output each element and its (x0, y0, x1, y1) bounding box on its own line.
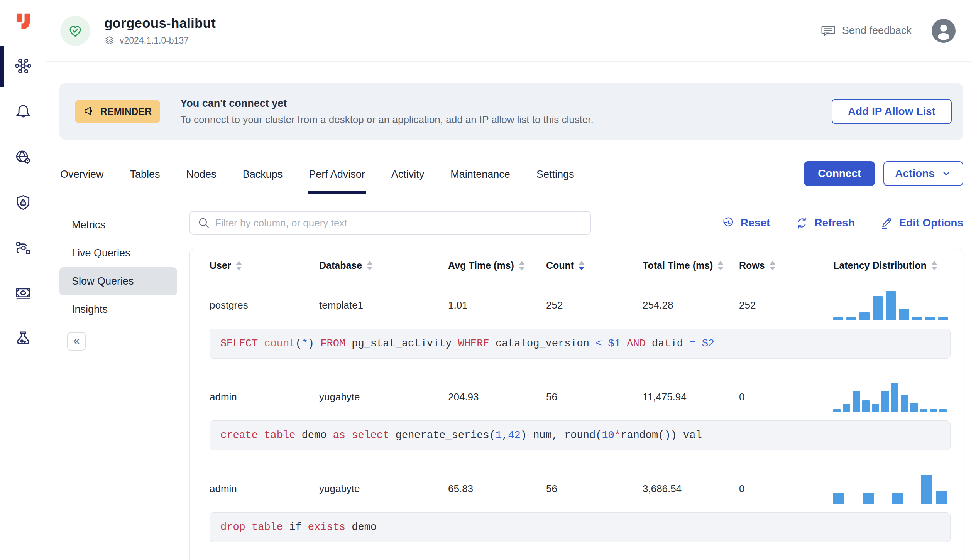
column-label: Database (319, 260, 362, 271)
layers-icon (104, 35, 115, 46)
histogram-bar (881, 391, 889, 412)
sort-icon (931, 261, 937, 270)
user-avatar[interactable] (932, 19, 956, 43)
tab-overview[interactable]: Overview (59, 169, 105, 194)
filter-input[interactable] (189, 211, 591, 235)
column-header-latency-distribution[interactable]: Latency Distribution (833, 260, 947, 271)
tab-backups[interactable]: Backups (242, 169, 284, 194)
histogram-bar (899, 309, 909, 320)
tab-nodes[interactable]: Nodes (186, 169, 217, 194)
slow-queries-table: UserDatabaseAvg Time (ms)CountTotal Time… (189, 249, 963, 560)
histogram-bar (863, 493, 874, 504)
integrations-icon (14, 239, 32, 258)
perf-subnav: MetricsLive QueriesSlow QueriesInsights … (59, 211, 177, 560)
cell-count: 56 (546, 391, 643, 403)
connect-button[interactable]: Connect (804, 161, 875, 186)
query-row[interactable]: postgrestemplate11.01252254.28252 (190, 282, 963, 328)
column-header-user[interactable]: User (210, 260, 319, 271)
reset-history-icon (722, 216, 735, 229)
column-header-database[interactable]: Database (319, 260, 448, 271)
histogram-bar (939, 409, 947, 412)
reset-button[interactable]: Reset (722, 216, 770, 229)
histogram-bar (921, 475, 932, 504)
shield-lock-icon (14, 194, 32, 213)
cell-total-time: 11,475.94 (643, 391, 739, 403)
cluster-tabs: OverviewTablesNodesBackupsPerf AdvisorAc… (59, 169, 599, 194)
histogram-bar (892, 493, 903, 504)
subnav-item-live-queries[interactable]: Live Queries (59, 239, 177, 267)
bell-icon (14, 103, 32, 122)
rail-item-clusters[interactable] (0, 57, 46, 76)
table-header-row: UserDatabaseAvg Time (ms)CountTotal Time… (190, 249, 963, 282)
sort-icon (236, 261, 242, 270)
refresh-icon (795, 216, 809, 229)
yugabyte-logo[interactable] (12, 10, 35, 33)
tab-tables[interactable]: Tables (129, 169, 161, 194)
tab-perf-advisor[interactable]: Perf Advisor (308, 169, 366, 194)
chevron-down-icon (941, 168, 952, 179)
top-actions: Send feedback (818, 19, 956, 43)
rail-item-labs[interactable] (0, 330, 46, 349)
histogram-bar (833, 317, 843, 320)
reminder-badge-label: REMINDER (100, 106, 152, 117)
cell-user: postgres (210, 299, 319, 311)
histogram-bar (859, 312, 870, 320)
refresh-button[interactable]: Refresh (795, 216, 854, 229)
histogram-bar (936, 491, 947, 504)
actions-button[interactable]: Actions (883, 161, 963, 186)
column-label: Count (546, 260, 574, 271)
collapse-sidebar-button[interactable]: « (67, 332, 86, 351)
tabs-row: OverviewTablesNodesBackupsPerf AdvisorAc… (59, 161, 963, 194)
send-feedback-label: Send feedback (842, 25, 912, 37)
perf-advisor-content: MetricsLive QueriesSlow QueriesInsights … (59, 211, 963, 560)
histogram-bar (925, 317, 935, 320)
send-feedback-button[interactable]: Send feedback (818, 23, 914, 39)
cell-user: admin (210, 391, 319, 403)
latency-histogram (833, 381, 947, 412)
histogram-bar (833, 409, 841, 412)
cluster-titles: gorgeous-halibut v2024.1.1.0-b137 (104, 15, 216, 46)
version-label: v2024.1.1.0-b137 (120, 35, 189, 46)
sort-icon (717, 261, 724, 270)
tab-maintenance[interactable]: Maintenance (450, 169, 511, 194)
histogram-bar (853, 391, 860, 412)
rail-item-security[interactable] (0, 194, 46, 213)
tab-settings[interactable]: Settings (536, 169, 575, 194)
cell-rows: 0 (739, 483, 833, 495)
rail-item-notifications[interactable] (0, 103, 46, 122)
table-body: postgrestemplate11.01252254.28252SELECT … (190, 282, 963, 542)
cell-database: template1 (319, 299, 448, 311)
column-header-total-time-ms[interactable]: Total Time (ms) (643, 260, 739, 271)
histogram-bar (833, 493, 844, 504)
edit-options-button[interactable]: Edit Options (880, 216, 963, 229)
column-header-count[interactable]: Count (546, 260, 643, 271)
tab-activity[interactable]: Activity (391, 169, 425, 194)
histogram-bar (886, 291, 896, 320)
cell-database: yugabyte (319, 483, 448, 495)
subnav-item-metrics[interactable]: Metrics (59, 211, 177, 239)
query-row[interactable]: adminyugabyte65.83563,686.540 (190, 466, 963, 511)
search-icon (197, 216, 210, 229)
query-text: drop table if exists demo (210, 512, 951, 542)
histogram-bar (938, 317, 948, 320)
app-root: gorgeous-halibut v2024.1.1.0-b137 Send f… (0, 0, 971, 560)
rail-item-billing[interactable] (0, 285, 46, 304)
cluster-version: v2024.1.1.0-b137 (104, 35, 216, 46)
reset-label: Reset (741, 217, 770, 229)
column-header-rows[interactable]: Rows (739, 260, 833, 271)
rail-item-integrations[interactable] (0, 239, 46, 258)
subnav-item-insights[interactable]: Insights (59, 295, 177, 324)
banner-text: You can't connect yet To connect to your… (180, 98, 593, 126)
reminder-banner: REMINDER You can't connect yet To connec… (59, 83, 963, 140)
query-row[interactable]: adminyugabyte204.935611,475.940 (190, 374, 963, 420)
toolbar-buttons: Reset Refresh (722, 216, 963, 229)
rail-item-network-settings[interactable] (0, 148, 46, 167)
add-ip-allow-list-button[interactable]: Add IP Allow List (832, 99, 952, 124)
column-header-avg-time-ms[interactable]: Avg Time (ms) (448, 260, 546, 271)
tab-actions: Connect Actions (804, 161, 963, 194)
sort-icon (367, 261, 373, 270)
cell-rows: 252 (739, 299, 833, 311)
edit-options-label: Edit Options (899, 217, 963, 229)
subnav-item-slow-queries[interactable]: Slow Queries (59, 267, 177, 295)
cell-avg-time: 204.93 (448, 391, 546, 403)
